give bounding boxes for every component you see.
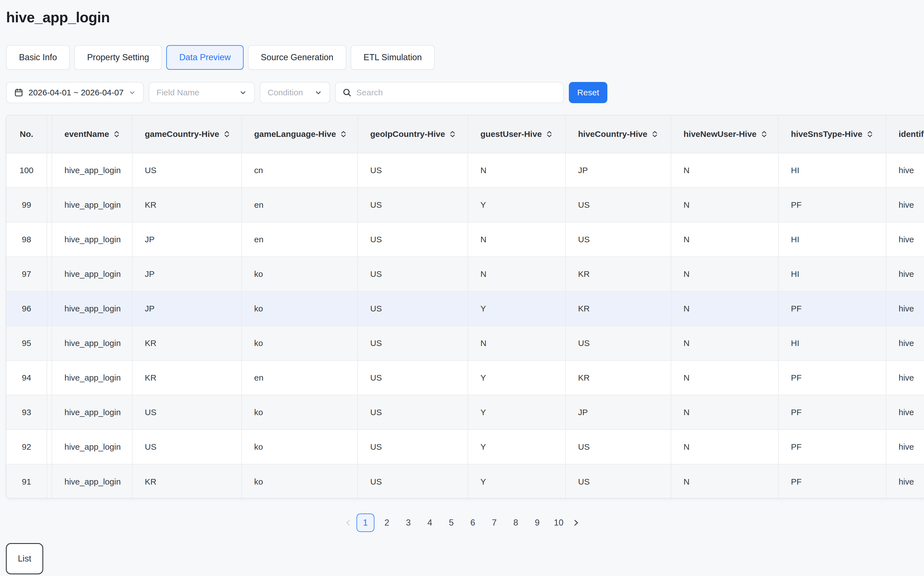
cell-value: KR bbox=[145, 338, 157, 348]
cell-value: JP bbox=[578, 166, 588, 175]
cell-value: N bbox=[480, 235, 486, 244]
cell-value: ko bbox=[254, 442, 263, 452]
cell-value: Y bbox=[480, 373, 486, 382]
reset-button[interactable]: Reset bbox=[569, 82, 607, 103]
cell-identifier: hive bbox=[886, 395, 924, 429]
column-header-geoIpCountry[interactable]: geoIpCountry-Hive bbox=[358, 115, 468, 153]
sort-icon bbox=[651, 130, 658, 138]
cell-value: cn bbox=[254, 166, 263, 175]
cell-identifier: hive bbox=[886, 430, 924, 464]
cell-value: KR bbox=[578, 269, 590, 279]
cell-hiveNewUser: N bbox=[671, 361, 779, 395]
cell-identifier: hive bbox=[886, 361, 924, 395]
next-page-icon[interactable] bbox=[571, 518, 580, 527]
page-button-4[interactable]: 4 bbox=[421, 514, 439, 532]
sort-icon bbox=[449, 130, 456, 138]
page-button-3[interactable]: 3 bbox=[399, 514, 417, 532]
column-header-gameLanguage[interactable]: gameLanguage-Hive bbox=[242, 115, 358, 153]
cell-no: 97 bbox=[6, 257, 47, 291]
chevron-down-icon bbox=[314, 89, 322, 96]
table-row[interactable]: 94hive_app_loginKRenUSYKRNPFhive bbox=[6, 361, 924, 395]
cell-eventName: hive_app_login bbox=[52, 395, 133, 429]
cell-value: en bbox=[254, 373, 263, 382]
table-row[interactable]: 98hive_app_loginJPenUSNUSNHIhive bbox=[6, 222, 924, 257]
cell-value: N bbox=[683, 304, 690, 314]
table-row[interactable]: 100hive_app_loginUScnUSNJPNHIhive bbox=[6, 154, 924, 188]
cell-hiveCountry: KR bbox=[566, 292, 671, 326]
tab-data-preview[interactable]: Data Preview bbox=[166, 45, 243, 70]
data-table-card: No.eventNamegameCountry-HivegameLanguage… bbox=[6, 115, 924, 499]
tab-label: Source Generation bbox=[261, 53, 334, 62]
cell-value: ko bbox=[254, 304, 263, 314]
cell-value: PF bbox=[791, 442, 802, 452]
column-header-no: No. bbox=[6, 115, 47, 153]
column-header-guestUser[interactable]: guestUser-Hive bbox=[468, 115, 566, 153]
calendar-icon bbox=[14, 88, 23, 97]
column-header-gameCountry[interactable]: gameCountry-Hive bbox=[133, 115, 242, 153]
table-row[interactable]: 92hive_app_loginUSkoUSYUSNPFhive bbox=[6, 430, 924, 464]
column-header-eventName[interactable]: eventName bbox=[52, 115, 133, 153]
page-button-9[interactable]: 9 bbox=[528, 514, 546, 532]
cell-value: US bbox=[370, 477, 382, 486]
cell-value: JP bbox=[145, 304, 154, 314]
cell-value: en bbox=[254, 235, 263, 244]
cell-gameCountry: KR bbox=[133, 361, 242, 395]
table-row[interactable]: 99hive_app_loginKRenUSYUSNPFhive bbox=[6, 188, 924, 222]
column-header-hiveSnsType[interactable]: hiveSnsType-Hive bbox=[779, 115, 886, 153]
cell-value: JP bbox=[578, 408, 588, 417]
cell-value: hive bbox=[898, 477, 914, 486]
table-row[interactable]: 97hive_app_loginJPkoUSNKRNHIhive bbox=[6, 257, 924, 292]
tab-property-setting[interactable]: Property Setting bbox=[74, 45, 162, 70]
cell-value: hive_app_login bbox=[64, 408, 121, 417]
table-row[interactable]: 96hive_app_loginJPkoUSYKRNPFhive bbox=[6, 292, 924, 326]
page-button-7[interactable]: 7 bbox=[485, 514, 503, 532]
table-row[interactable]: 95hive_app_loginKRkoUSNUSNHIhive bbox=[6, 326, 924, 361]
field-name-select[interactable]: Field Name bbox=[149, 82, 255, 103]
cell-value: 93 bbox=[22, 408, 31, 417]
condition-select[interactable]: Condition bbox=[260, 82, 330, 103]
tab-basic-info[interactable]: Basic Info bbox=[6, 45, 70, 70]
tab-source-generation[interactable]: Source Generation bbox=[248, 45, 346, 70]
table-row[interactable]: 91hive_app_loginKRkoUSYUSNPFhive bbox=[6, 464, 924, 499]
cell-value: 98 bbox=[22, 235, 31, 244]
cell-geoIpCountry: US bbox=[358, 395, 468, 429]
cell-hiveNewUser: N bbox=[671, 326, 779, 360]
cell-value: hive_app_login bbox=[64, 166, 121, 175]
cell-gameLanguage: ko bbox=[242, 257, 358, 291]
cell-value: PF bbox=[791, 373, 802, 382]
cell-guestUser: N bbox=[468, 326, 566, 360]
page-button-2[interactable]: 2 bbox=[378, 514, 396, 532]
cell-no: 91 bbox=[6, 464, 47, 499]
column-header-identifier[interactable]: identifier bbox=[886, 115, 924, 153]
cell-value: 95 bbox=[22, 338, 31, 348]
cell-gameCountry: JP bbox=[133, 222, 242, 256]
cell-value: hive_app_login bbox=[64, 304, 121, 314]
page-button-8[interactable]: 8 bbox=[507, 514, 525, 532]
date-range-picker[interactable]: 2026-04-01 ~ 2026-04-07 bbox=[6, 82, 144, 103]
column-header-hiveNewUser[interactable]: hiveNewUser-Hive bbox=[671, 115, 779, 153]
sort-icon bbox=[546, 130, 553, 138]
cell-spacer bbox=[47, 430, 52, 464]
cell-value: KR bbox=[578, 304, 590, 314]
page-button-10[interactable]: 10 bbox=[550, 514, 568, 532]
chevron-down-icon bbox=[128, 89, 136, 96]
cell-gameCountry: KR bbox=[133, 464, 242, 499]
table-row[interactable]: 93hive_app_loginUSkoUSYJPNPFhive bbox=[6, 395, 924, 430]
page-button-5[interactable]: 5 bbox=[443, 514, 460, 532]
cell-value: 97 bbox=[22, 269, 31, 279]
page-button-6[interactable]: 6 bbox=[464, 514, 482, 532]
cell-value: N bbox=[480, 269, 486, 279]
column-header-label: hiveSnsType-Hive bbox=[791, 130, 862, 139]
data-table: No.eventNamegameCountry-HivegameLanguage… bbox=[6, 115, 924, 499]
cell-hiveNewUser: N bbox=[671, 430, 779, 464]
column-header-hiveCountry[interactable]: hiveCountry-Hive bbox=[566, 115, 671, 153]
cell-spacer bbox=[47, 464, 52, 499]
page-button-1[interactable]: 1 bbox=[356, 514, 374, 532]
page-items: 12345678910 bbox=[356, 514, 568, 532]
search-input[interactable] bbox=[356, 83, 557, 102]
cell-identifier: hive bbox=[886, 292, 924, 326]
cell-geoIpCountry: US bbox=[358, 188, 468, 222]
list-button[interactable]: List bbox=[6, 543, 43, 574]
tab-etl-simulation[interactable]: ETL Simulation bbox=[351, 45, 435, 70]
cell-hiveNewUser: N bbox=[671, 154, 779, 187]
